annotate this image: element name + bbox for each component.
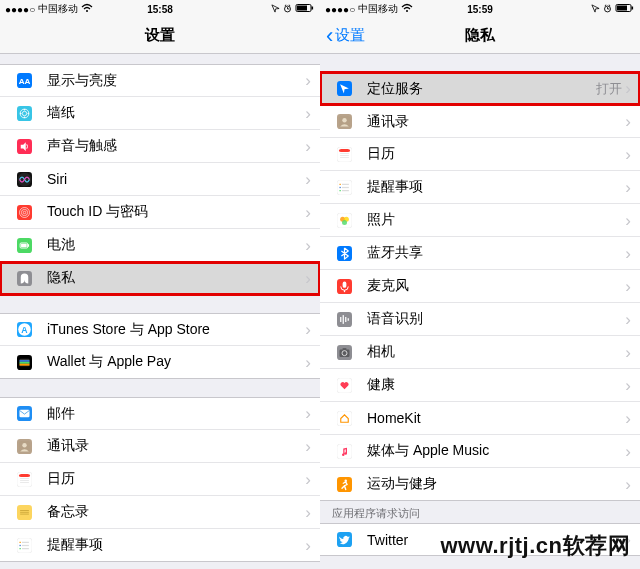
nav-title: 设置 — [145, 26, 175, 45]
nav-bar: ‹ 设置 隐私 — [320, 18, 640, 54]
svg-rect-32 — [19, 361, 29, 363]
settings-row-battery[interactable]: 电池 › — [0, 229, 320, 262]
row-label: 健康 — [367, 376, 625, 394]
svg-point-85 — [342, 219, 347, 224]
status-bar: ●●●●○ 中国移动 15:58 — [0, 0, 320, 18]
alarm-icon — [603, 4, 612, 15]
settings-row-calendar[interactable]: 日历 › — [320, 138, 640, 171]
settings-row-wallpaper[interactable]: 墙纸 › — [0, 97, 320, 130]
settings-row-sound[interactable]: 声音与触感 › — [0, 130, 320, 163]
svg-rect-33 — [19, 363, 29, 365]
homekit-icon — [332, 406, 356, 430]
location-status-icon — [271, 4, 280, 15]
settings-row-reminders[interactable]: 提醒事项 › — [0, 529, 320, 562]
chevron-right-icon: › — [625, 179, 631, 196]
mic-icon — [332, 274, 356, 298]
row-label: 提醒事项 — [367, 178, 625, 196]
chevron-left-icon: ‹ — [326, 28, 333, 43]
svg-point-12 — [20, 112, 22, 114]
row-label: HomeKit — [367, 410, 625, 426]
svg-rect-88 — [342, 281, 346, 287]
settings-row-health[interactable]: 健康 › — [320, 369, 640, 402]
row-label: 电池 — [47, 236, 305, 254]
wallet-icon — [12, 350, 36, 374]
settings-row-display[interactable]: AA 显示与亮度 › — [0, 64, 320, 97]
content-scroll[interactable]: AA 显示与亮度 › 墙纸 › 声音与触感 › Siri › Touch ID … — [0, 54, 320, 569]
settings-row-photos[interactable]: 照片 › — [320, 204, 640, 237]
chevron-right-icon: › — [305, 237, 311, 254]
settings-row-siri[interactable]: Siri › — [0, 163, 320, 196]
row-label: 相机 — [367, 343, 625, 361]
camera-icon — [332, 340, 356, 364]
svg-rect-41 — [18, 473, 29, 476]
bluetooth-icon — [332, 241, 356, 265]
chevron-right-icon: › — [305, 171, 311, 188]
settings-row-homekit[interactable]: HomeKit › — [320, 402, 640, 435]
settings-row-mail[interactable]: 邮件 › — [0, 397, 320, 430]
svg-rect-89 — [343, 290, 344, 292]
chevron-right-icon: › — [305, 537, 311, 554]
mail-icon — [12, 402, 36, 426]
settings-row-contacts[interactable]: 通讯录 › — [320, 105, 640, 138]
settings-row-location[interactable]: 定位服务 打开 › — [320, 72, 640, 105]
chevron-right-icon: › — [305, 471, 311, 488]
chevron-right-icon: › — [305, 354, 311, 371]
settings-group: 定位服务 打开 › — [320, 72, 640, 105]
chevron-right-icon: › — [625, 146, 631, 163]
chevron-right-icon: › — [625, 344, 631, 361]
status-time: 15:59 — [467, 4, 493, 15]
settings-row-calendar[interactable]: 日历 › — [0, 463, 320, 496]
svg-rect-70 — [340, 153, 349, 154]
privacy-screen: ●●●●○ 中国移动 15:59 ‹ 设置 隐私 定位服务 打开 › 通讯录 ›… — [320, 0, 640, 569]
settings-row-music[interactable]: 媒体与 Apple Music › — [320, 435, 640, 468]
settings-row-mic[interactable]: 麦克风 › — [320, 270, 640, 303]
watermark: www.rjtj.cn软荐网 — [440, 531, 630, 561]
row-label: 提醒事项 — [47, 536, 305, 554]
contacts-icon — [332, 110, 356, 134]
svg-rect-49 — [20, 513, 29, 514]
svg-rect-47 — [20, 510, 29, 511]
settings-row-speech[interactable]: 语音识别 › — [320, 303, 640, 336]
reminders-icon — [12, 533, 36, 557]
svg-rect-93 — [345, 317, 346, 322]
svg-text:A: A — [21, 325, 28, 335]
chevron-right-icon: › — [305, 105, 311, 122]
chevron-right-icon: › — [305, 438, 311, 455]
settings-row-contacts[interactable]: 通讯录 › — [0, 430, 320, 463]
speech-icon — [332, 307, 356, 331]
svg-rect-4 — [312, 7, 314, 10]
svg-rect-3 — [297, 6, 307, 11]
battery-icon — [12, 233, 36, 257]
settings-row-bluetooth[interactable]: 蓝牙共享 › — [320, 237, 640, 270]
svg-rect-24 — [21, 243, 27, 246]
settings-row-motion[interactable]: 运动与健身 › — [320, 468, 640, 501]
settings-row-notes[interactable]: 备忘录 › — [0, 496, 320, 529]
motion-icon — [332, 472, 356, 496]
alarm-icon — [283, 4, 292, 15]
settings-row-touchid[interactable]: Touch ID 与密码 › — [0, 196, 320, 229]
row-label: 运动与健身 — [367, 475, 625, 493]
svg-rect-62 — [632, 7, 634, 10]
chevron-right-icon: › — [305, 504, 311, 521]
settings-row-wallet[interactable]: Wallet 与 Apple Pay › — [0, 346, 320, 379]
chevron-right-icon: › — [305, 270, 311, 287]
settings-group: AA 显示与亮度 › 墙纸 › 声音与触感 › Siri › Touch ID … — [0, 64, 320, 295]
chevron-right-icon: › — [625, 443, 631, 460]
settings-row-camera[interactable]: 相机 › — [320, 336, 640, 369]
row-label: 语音识别 — [367, 310, 625, 328]
svg-rect-90 — [337, 312, 352, 327]
settings-row-reminders[interactable]: 提醒事项 › — [320, 171, 640, 204]
content-scroll[interactable]: 定位服务 打开 › 通讯录 › 日历 › 提醒事项 › 照片 › 蓝牙共享 › … — [320, 54, 640, 569]
siri-icon — [12, 167, 36, 191]
signal-dots: ●●●●○ — [325, 4, 355, 15]
settings-row-appstore[interactable]: A iTunes Store 与 App Store › — [0, 313, 320, 346]
chevron-right-icon: › — [625, 311, 631, 328]
svg-rect-92 — [342, 315, 343, 324]
settings-group: A iTunes Store 与 App Store › Wallet 与 Ap… — [0, 313, 320, 379]
row-label: 媒体与 Apple Music — [367, 442, 625, 460]
chevron-right-icon: › — [625, 377, 631, 394]
svg-rect-43 — [20, 480, 29, 481]
back-button[interactable]: ‹ 设置 — [326, 26, 365, 45]
contacts-icon — [12, 434, 36, 458]
settings-row-privacy[interactable]: 隐私 › — [0, 262, 320, 295]
